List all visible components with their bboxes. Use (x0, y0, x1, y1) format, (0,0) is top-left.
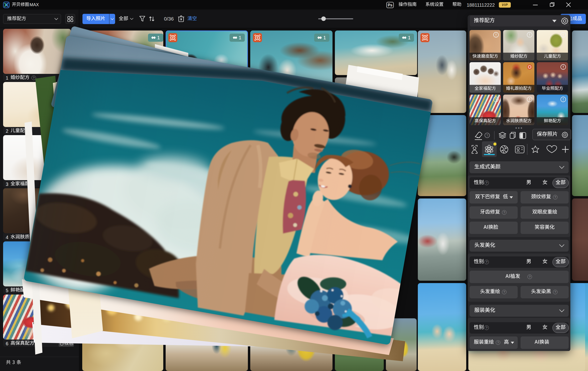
svg-text:?: ? (486, 134, 488, 137)
